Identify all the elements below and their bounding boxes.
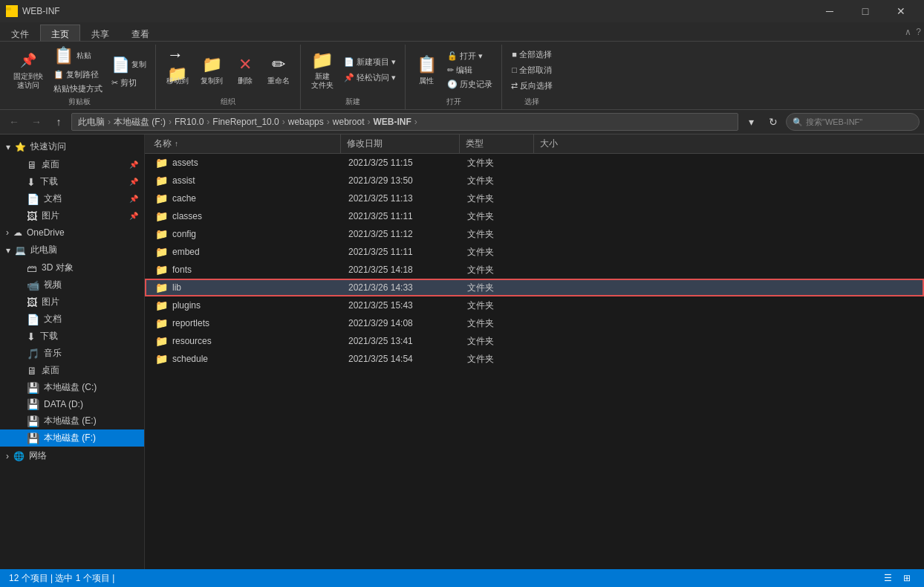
rename-button[interactable]: ✏ 重命名 bbox=[263, 52, 294, 88]
tab-home[interactable]: 主页 bbox=[40, 25, 80, 41]
sidebar-item-disk-d[interactable]: 💾 DATA (D:) bbox=[0, 396, 144, 412]
new-sub-buttons: 📄 新建项目 ▾ 📌 轻松访问 ▾ bbox=[341, 56, 399, 84]
easy-access-button[interactable]: 📌 轻松访问 ▾ bbox=[341, 71, 399, 84]
address-path[interactable]: 此电脑 › 本地磁盘 (F:) › FR10.0 › FineReport_10… bbox=[71, 113, 738, 131]
sidebar-section-quick-access[interactable]: ▾ ⭐ 快速访问 bbox=[0, 137, 144, 156]
invert-select-button[interactable]: ⇄ 反向选择 bbox=[508, 80, 556, 92]
col-header-name[interactable]: 名称 ↑ bbox=[148, 134, 341, 153]
view-details-button[interactable]: ⊞ bbox=[899, 570, 915, 586]
refresh-button[interactable]: ↻ bbox=[764, 112, 783, 132]
sidebar-item-documents-pc[interactable]: 📄 文档 bbox=[0, 311, 144, 328]
sidebar-item-pictures-pc[interactable]: 🖼 图片 bbox=[0, 294, 144, 311]
copy-icon: 📄 bbox=[111, 56, 130, 74]
select-all-button[interactable]: ■ 全部选择 bbox=[509, 48, 555, 61]
path-segment-fr[interactable]: FR10.0 bbox=[175, 117, 204, 127]
table-row[interactable]: 📁 resources 2021/3/25 13:41 文件夹 bbox=[145, 332, 924, 350]
close-button[interactable]: ✕ bbox=[884, 0, 918, 22]
edit-button[interactable]: ✏ 编辑 bbox=[444, 64, 495, 77]
copy-path-button[interactable]: 📋 复制路径 bbox=[51, 68, 105, 81]
delete-icon: ✕ bbox=[235, 54, 256, 75]
table-row[interactable]: 📁 classes 2021/3/25 11:11 文件夹 bbox=[145, 207, 924, 225]
path-segment-disk[interactable]: 本地磁盘 (F:) bbox=[114, 116, 166, 129]
sidebar-item-desktop-quick[interactable]: 🖥 桌面 📌 bbox=[0, 156, 144, 173]
path-segment-finereport[interactable]: FineReport_10.0 bbox=[212, 117, 279, 127]
ribbon-content: 📌 固定到快速访问 📋 粘贴 📋 复制路径 粘贴快捷方式 bbox=[0, 42, 924, 109]
copy-label: 复制 bbox=[131, 59, 146, 70]
back-button[interactable]: ← bbox=[4, 112, 24, 132]
col-header-type[interactable]: 类型 bbox=[460, 134, 534, 153]
copy-path-label: 复制路径 bbox=[66, 69, 99, 80]
dropdown-button[interactable]: ▾ bbox=[741, 112, 761, 132]
delete-button[interactable]: ✕ 删除 bbox=[230, 52, 260, 88]
cut-button[interactable]: ✂ 剪切 bbox=[108, 77, 149, 89]
sidebar-item-desktop-pc[interactable]: 🖥 桌面 bbox=[0, 362, 144, 379]
path-segment-webinf[interactable]: WEB-INF bbox=[374, 117, 411, 127]
sidebar-item-downloads-quick[interactable]: ⬇ 下载 📌 bbox=[0, 173, 144, 190]
sidebar-item-disk-f[interactable]: 💾 本地磁盘 (F:) bbox=[0, 429, 144, 447]
sidebar-section-this-pc[interactable]: ▾ 💻 此电脑 bbox=[0, 241, 144, 259]
help-btn[interactable]: ? bbox=[916, 27, 921, 37]
file-list-header: 名称 ↑ 修改日期 类型 大小 bbox=[145, 134, 924, 154]
ribbon-tabs: 文件 主页 共享 查看 ∧ ? bbox=[0, 22, 924, 42]
path-segment-pc[interactable]: 此电脑 bbox=[78, 116, 105, 129]
this-pc-expand-icon: ▾ bbox=[6, 245, 10, 256]
file-type-cell: 文件夹 bbox=[467, 299, 541, 312]
pin-icon-pictures: 📌 bbox=[129, 212, 138, 220]
quick-access-label: 快速访问 bbox=[30, 140, 66, 153]
new-folder-button[interactable]: 📁 新建文件夹 bbox=[307, 48, 338, 92]
file-type-cell: 文件夹 bbox=[467, 192, 541, 205]
tab-view[interactable]: 查看 bbox=[120, 25, 160, 41]
paste-shortcut-button[interactable]: 粘贴快捷方式 bbox=[51, 82, 105, 95]
sidebar-item-video[interactable]: 📹 视频 bbox=[0, 276, 144, 294]
sidebar-item-documents-quick[interactable]: 📄 文档 📌 bbox=[0, 190, 144, 207]
path-sep-5: › bbox=[327, 117, 330, 127]
forward-button[interactable]: → bbox=[27, 112, 46, 132]
table-row[interactable]: 📁 embed 2021/3/25 11:11 文件夹 bbox=[145, 243, 924, 261]
properties-button[interactable]: 📋 属性 bbox=[411, 52, 441, 88]
sidebar-item-downloads-pc[interactable]: ⬇ 下载 bbox=[0, 328, 144, 345]
table-row[interactable]: 📁 cache 2021/3/25 11:13 文件夹 bbox=[145, 189, 924, 207]
sidebar-item-3d[interactable]: 🗃 3D 对象 bbox=[0, 259, 144, 276]
maximize-button[interactable]: □ bbox=[848, 0, 882, 22]
copy-button[interactable]: 📄 复制 bbox=[108, 54, 149, 75]
select-none-button[interactable]: □ 全部取消 bbox=[509, 64, 555, 77]
sidebar-item-music[interactable]: 🎵 音乐 bbox=[0, 345, 144, 362]
status-text: 12 个项目 | 选中 1 个项目 | bbox=[9, 572, 114, 585]
path-segment-webroot[interactable]: webroot bbox=[333, 117, 365, 127]
path-segment-webapps[interactable]: webapps bbox=[288, 117, 324, 127]
col-header-size[interactable]: 大小 bbox=[534, 134, 593, 153]
table-row[interactable]: 📁 lib 2021/3/26 14:33 文件夹 bbox=[145, 279, 924, 296]
clipboard-label: 剪贴板 bbox=[68, 97, 91, 109]
col-header-date[interactable]: 修改日期 bbox=[341, 134, 460, 153]
new-item-button[interactable]: 📄 新建项目 ▾ bbox=[341, 56, 399, 68]
open-button[interactable]: 🔓 打开 ▾ bbox=[444, 50, 495, 62]
search-box[interactable]: 🔍 搜索"WEB-INF" bbox=[786, 113, 920, 131]
move-to-button[interactable]: →📁 移动到 bbox=[162, 52, 193, 88]
table-row[interactable]: 📁 assist 2021/3/29 13:50 文件夹 bbox=[145, 172, 924, 189]
pin-to-access-button[interactable]: 📌 固定到快速访问 bbox=[9, 48, 48, 92]
sidebar-item-disk-e[interactable]: 💾 本地磁盘 (E:) bbox=[0, 412, 144, 429]
minimize-button[interactable]: ─ bbox=[813, 0, 847, 22]
table-row[interactable]: 📁 config 2021/3/25 11:12 文件夹 bbox=[145, 225, 924, 243]
table-row[interactable]: 📁 reportlets 2021/3/29 14:08 文件夹 bbox=[145, 314, 924, 332]
view-list-button[interactable]: ☰ bbox=[879, 570, 896, 586]
pictures-pc-icon: 🖼 bbox=[27, 296, 37, 308]
history-button[interactable]: 🕐 历史记录 bbox=[444, 78, 495, 91]
table-row[interactable]: 📁 plugins 2021/3/25 15:43 文件夹 bbox=[145, 296, 924, 314]
tab-share[interactable]: 共享 bbox=[80, 25, 120, 41]
tab-file[interactable]: 文件 bbox=[0, 25, 40, 41]
sidebar-section-onedrive[interactable]: › ☁ OneDrive bbox=[0, 224, 144, 241]
table-row[interactable]: 📁 schedule 2021/3/25 14:54 文件夹 bbox=[145, 350, 924, 368]
pin-icon-desktop: 📌 bbox=[129, 160, 138, 169]
table-row[interactable]: 📁 assets 2021/3/25 11:15 文件夹 bbox=[145, 154, 924, 172]
sidebar-section-network[interactable]: › 🌐 网络 bbox=[0, 447, 144, 465]
quick-access-expand-icon: ▾ bbox=[6, 142, 10, 152]
copy-to-button[interactable]: 📁 复制到 bbox=[196, 52, 227, 88]
sidebar-item-pictures-quick[interactable]: 🖼 图片 📌 bbox=[0, 207, 144, 224]
ribbon-collapse-btn[interactable]: ∧ bbox=[905, 27, 911, 37]
pin-label: 固定到快速访问 bbox=[13, 72, 43, 90]
table-row[interactable]: 📁 fonts 2021/3/25 14:18 文件夹 bbox=[145, 261, 924, 279]
sidebar-item-disk-c[interactable]: 💾 本地磁盘 (C:) bbox=[0, 379, 144, 396]
paste-button[interactable]: 📋 粘贴 bbox=[51, 45, 105, 67]
up-button[interactable]: ↑ bbox=[49, 112, 68, 132]
